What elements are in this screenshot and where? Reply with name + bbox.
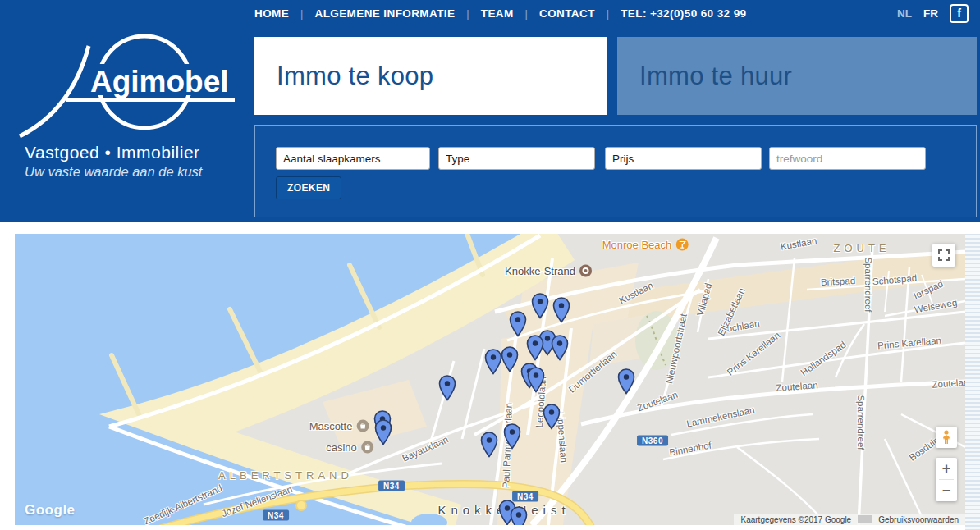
map-label-villapad: Villapad	[695, 282, 713, 317]
map-copyright: Kaartgegevens ©2017 Google	[734, 515, 858, 524]
map-label-sparrendreef: Sparrendreef	[856, 395, 866, 450]
nav-separator: |	[466, 7, 469, 20]
map-label-prins-karellaan: Prins Karellaan	[726, 330, 782, 377]
map-label-binnenhof: Binnenhof	[668, 441, 712, 458]
attribution-divider	[858, 515, 872, 523]
keyword-input[interactable]	[769, 147, 926, 170]
road-badge-n360: N360	[637, 436, 668, 446]
poi-label-knokke-strand: Knokke-Strand	[505, 265, 575, 277]
poi-monroe-beach[interactable]: Monroe Beach	[602, 239, 689, 251]
zoom-in-button[interactable]: +	[936, 458, 957, 479]
logo-text-svg: Agimobel	[90, 65, 229, 98]
map-label-zoutelaan: Zoutelaan	[932, 377, 965, 390]
page-edge-stripes	[965, 234, 980, 530]
nav-item-team[interactable]: TEAM	[481, 7, 514, 20]
type-input[interactable]	[438, 147, 595, 170]
nav-item-phone[interactable]: TEL: +32(0)50 60 32 99	[621, 7, 746, 20]
map-marker-pin-13[interactable]	[543, 404, 561, 430]
cocktail-icon	[675, 239, 688, 251]
map-overlay: KustlaanKustlaanZOUTESparrendreefBritspa…	[15, 234, 965, 525]
tab-immo-te-koop[interactable]: Immo te koop	[254, 37, 607, 115]
map-marker-pin-10[interactable]	[527, 367, 545, 393]
search-button[interactable]: ZOEKEN	[276, 176, 341, 199]
map-marker-pin-3[interactable]	[509, 311, 527, 337]
road-badge-n34: N34	[378, 481, 405, 491]
tab-buy-label: Immo te koop	[254, 62, 433, 91]
map-label-albertstrand: ALBERTSTRAND	[218, 469, 353, 482]
map-marker-pin-1[interactable]	[531, 293, 549, 319]
bedrooms-input[interactable]	[276, 147, 430, 170]
map-canvas[interactable]: KustlaanKustlaanZOUTESparrendreefBritspa…	[15, 234, 965, 525]
poi-label-mascotte: Mascotte	[309, 420, 353, 432]
map-label-schotspad: Schotspad	[872, 273, 917, 287]
map-marker-pin-7[interactable]	[484, 349, 502, 375]
map-marker-pin-16[interactable]	[503, 423, 521, 450]
map-label-sparrendreef: Sparrendreef	[863, 257, 873, 312]
zoom-control: + −	[936, 458, 957, 501]
map-label-britspad: Britspad	[821, 276, 856, 287]
poi-label-monroe-beach: Monroe Beach	[602, 239, 672, 251]
map-label-zoutelaan: Zoutelaan	[776, 380, 818, 393]
top-navigation: HOME | ALGEMENE INFORMATIE | TEAM | CONT…	[254, 0, 746, 26]
brand-logo: Agimobel Vastgoed • Immobilier Uw vaste …	[15, 31, 245, 180]
map-label-bayauxlaan: Bayauxlaan	[401, 434, 450, 463]
zoom-out-button[interactable]: −	[936, 480, 957, 501]
map-label-zoute: ZOUTE	[833, 242, 890, 254]
map-label-dumortierlaan: Dumortierlaan	[566, 349, 618, 395]
poi-casino[interactable]: casino	[326, 441, 373, 454]
map-marker-pin-12[interactable]	[438, 375, 456, 401]
nav-separator: |	[607, 7, 609, 20]
map-label-zoutelaan: Zoutelaan	[636, 390, 679, 413]
poi-knokke-strand[interactable]: Knokke-Strand	[505, 265, 592, 277]
fullscreen-button[interactable]	[932, 244, 955, 267]
map-label-prins-karellaan: Prins Karellaan	[877, 336, 942, 351]
map-marker-pin-19[interactable]	[510, 506, 528, 525]
nav-item-algemene-informatie[interactable]: ALGEMENE INFORMATIE	[315, 7, 456, 20]
station-icon	[579, 265, 592, 277]
agimobel-logo-icon: Agimobel	[15, 31, 245, 138]
facebook-icon[interactable]: f	[950, 4, 969, 23]
map-marker-pin-11[interactable]	[617, 368, 635, 395]
map-label-nieuwpoortstraat: Nieuwpoortstraat	[664, 313, 689, 385]
search-panel: ZOEKEN	[254, 125, 977, 217]
nav-item-home[interactable]: HOME	[254, 7, 289, 20]
shopping-icon	[356, 420, 369, 432]
map-label-zeedijk-albertstrand: Zeedijk-Albertstrand	[143, 483, 224, 525]
map-label-welseweg: Welseweg	[914, 298, 958, 315]
map-marker-pin-6[interactable]	[551, 335, 569, 361]
map-marker-pin-8[interactable]	[501, 346, 519, 372]
terms-link[interactable]: Gebruiksvoorwaarden	[872, 515, 965, 524]
google-logo: Google	[25, 502, 76, 519]
poi-label-casino: casino	[326, 441, 357, 454]
map-label-lammekenslaan: Lammekenslaan	[685, 404, 755, 428]
nav-separator: |	[300, 7, 303, 20]
nav-item-contact[interactable]: CONTACT	[539, 7, 595, 20]
road-badge-n34: N34	[263, 510, 289, 521]
pegman-icon	[941, 430, 951, 445]
map-marker-pin-17[interactable]	[480, 432, 498, 458]
fullscreen-icon	[938, 249, 950, 261]
header: HOME | ALGEMENE INFORMATIE | TEAM | CONT…	[0, 0, 980, 222]
page: HOME | ALGEMENE INFORMATIE | TEAM | CONT…	[0, 0, 980, 530]
lang-nl-link[interactable]: NL	[897, 7, 912, 20]
brand-subtitle: Uw vaste waarde aan de kust	[25, 164, 245, 180]
brand-tagline: Vastgoed • Immobilier	[25, 143, 245, 162]
tab-immo-te-huur[interactable]: Immo te huur	[617, 37, 977, 115]
lang-fr-link[interactable]: FR	[923, 7, 938, 20]
poi-mascotte[interactable]: Mascotte	[309, 420, 369, 432]
map-label-kustlaan: Kustlaan	[780, 235, 817, 252]
nav-separator: |	[525, 7, 528, 20]
map-marker-pin-2[interactable]	[552, 297, 570, 323]
tab-rent-label: Immo te huur	[617, 62, 792, 91]
map-marker-pin-5[interactable]	[526, 335, 544, 361]
pegman-button[interactable]	[936, 427, 957, 448]
shopping-icon	[361, 441, 373, 454]
map-label-kustlaan: Kustlaan	[617, 280, 654, 305]
map-label-hollandspad: Hollandspad	[799, 340, 847, 378]
price-input[interactable]	[605, 147, 762, 170]
map-attribution: Kaartgegevens ©2017 Google Gebruiksvoorw…	[734, 514, 965, 525]
map-marker-pin-15[interactable]	[374, 419, 392, 445]
language-switcher: NL FR f	[897, 0, 969, 26]
